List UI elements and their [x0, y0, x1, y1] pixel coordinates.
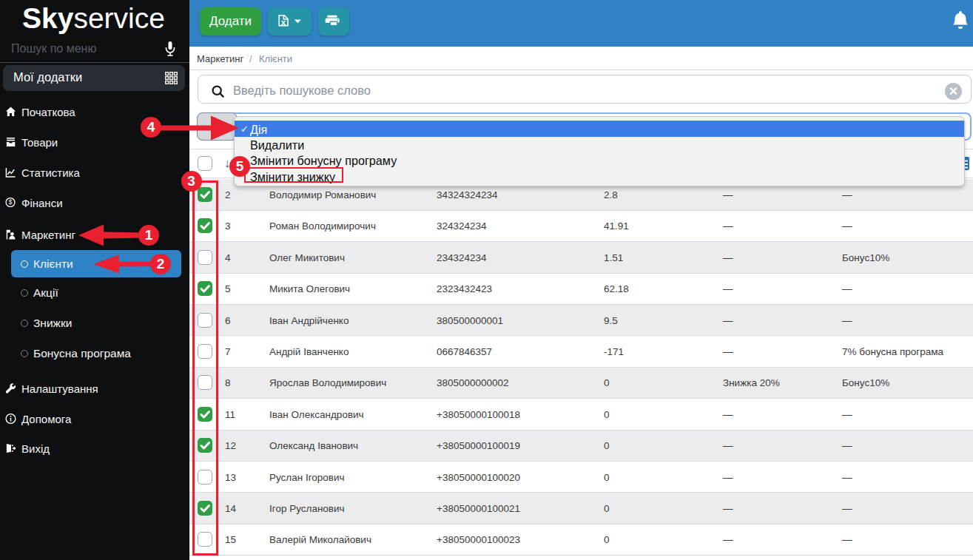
svg-text:$: $ [9, 198, 13, 206]
svg-text:x: x [281, 18, 286, 27]
